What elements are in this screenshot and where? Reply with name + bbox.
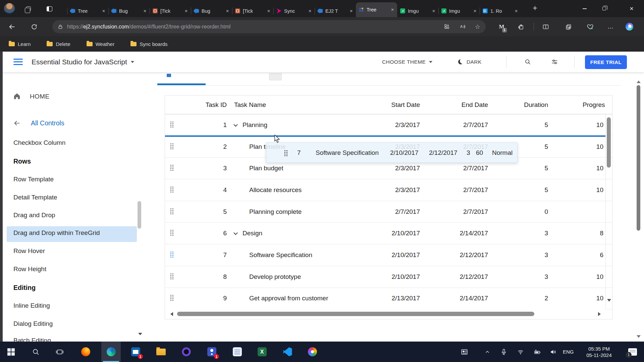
sidebar-scroll-down-icon[interactable] <box>138 333 142 335</box>
sidebar-item[interactable]: Drag and Drop within TreeGrid <box>13 229 100 237</box>
sidebar-item[interactable]: Editing <box>13 284 36 292</box>
chevron-down-icon[interactable] <box>233 122 238 127</box>
url-text[interactable]: https://ej2.syncfusion.com/demos/#/fluen… <box>67 24 230 30</box>
sidebar-item[interactable]: Dialog Editing <box>13 320 53 327</box>
window-close-button[interactable]: ✕ <box>619 0 644 17</box>
drag-handle-icon[interactable] <box>170 165 174 171</box>
tab-close-icon[interactable]: ✕ <box>102 9 105 13</box>
tray-clock[interactable]: 05:35 PM 05-11-2024 <box>580 342 619 362</box>
table-row[interactable]: 6 Design 2/10/2017 2/14/2017 3 8 <box>165 223 612 244</box>
sidebar-item[interactable]: Row Height <box>13 265 46 273</box>
column-header-start-date[interactable]: Start Date <box>391 101 420 109</box>
column-header-progress[interactable]: Progres <box>583 101 605 109</box>
drag-handle-icon[interactable] <box>170 186 174 192</box>
sidebar-item[interactable]: Row Template <box>13 176 54 183</box>
taskbar-file-explorer[interactable] <box>151 342 171 362</box>
tab-actions-icon[interactable] <box>24 4 33 13</box>
collections-icon[interactable] <box>564 22 573 31</box>
drag-handle-icon[interactable] <box>170 121 174 127</box>
tab-close-icon[interactable]: ✕ <box>432 9 435 13</box>
tab-close-icon[interactable]: ✕ <box>350 9 353 13</box>
apps-install-icon[interactable] <box>444 23 450 30</box>
drag-handle-icon[interactable] <box>170 230 174 236</box>
taskbar-paint[interactable] <box>303 342 322 362</box>
drag-handle-icon[interactable] <box>170 208 174 214</box>
taskbar-firefox[interactable] <box>76 342 95 362</box>
table-row[interactable]: 1 Planning 2/3/2017 2/7/2017 5 10 <box>165 114 612 136</box>
tab-close-icon[interactable]: ✕ <box>143 9 147 13</box>
grid-scroll-left-icon[interactable] <box>170 312 173 316</box>
bookmark-folder[interactable]: Delete <box>47 41 70 47</box>
widgets-button[interactable] <box>455 342 474 362</box>
grid-vertical-scrollbar[interactable] <box>605 114 612 309</box>
sidebar-item-home[interactable]: HOME <box>13 93 50 100</box>
sidebar-item[interactable]: Drag and Drop <box>13 212 55 219</box>
column-header-task-id[interactable]: Task ID <box>206 101 227 109</box>
refresh-button[interactable] <box>30 22 39 31</box>
taskbar-outlook[interactable]: 1 <box>126 342 145 362</box>
table-row[interactable]: 4 Allocate resources 2/3/2017 2/7/2017 5… <box>165 179 612 201</box>
grid-hscroll-thumb[interactable] <box>177 312 534 316</box>
browser-tab[interactable]: EJ2 T ✕ <box>315 5 356 17</box>
settings-more-icon[interactable]: … <box>606 22 615 31</box>
sidebar-item[interactable]: Batch Editing <box>13 337 51 342</box>
browser-essentials-icon[interactable] <box>586 22 595 31</box>
dark-mode-toggle[interactable]: DARK <box>458 52 482 72</box>
drag-handle-icon[interactable] <box>170 251 174 257</box>
vertical-tabs-icon[interactable] <box>45 4 54 13</box>
start-button[interactable] <box>1 342 21 362</box>
hamburger-menu-icon[interactable] <box>13 59 23 65</box>
table-row[interactable]: 5 Planning complete 2/7/2017 2/7/2017 0 <box>165 201 612 223</box>
drag-handle-icon[interactable] <box>170 273 174 279</box>
table-row[interactable]: 9 Get approval from customer 2/13/2017 2… <box>165 288 612 310</box>
window-restore-button[interactable] <box>594 0 614 17</box>
address-bar[interactable]: https://ej2.syncfusion.com/demos/#/fluen… <box>52 20 486 33</box>
tray-network[interactable] <box>513 342 529 362</box>
taskbar-edge-active[interactable] <box>101 342 121 362</box>
browser-tab[interactable]: Bug ✕ <box>108 5 150 17</box>
copilot-icon[interactable] <box>625 22 634 31</box>
preferences-button[interactable] <box>549 57 559 67</box>
grid-scroll-down-icon[interactable] <box>607 299 611 302</box>
tab-close-icon[interactable]: ✕ <box>473 9 477 13</box>
favorite-star-icon[interactable]: ☆ <box>475 23 480 31</box>
browser-tab[interactable]: [Tick ✕ <box>232 5 273 17</box>
table-row[interactable]: 7 Software Specification 2/10/2017 2/12/… <box>165 244 612 266</box>
page-scroll-up-icon[interactable] <box>637 80 641 83</box>
drag-handle-icon[interactable] <box>170 295 174 301</box>
grid-horizontal-scrollbar[interactable] <box>165 309 605 319</box>
read-aloud-icon[interactable]: A <box>459 23 466 30</box>
task-view-button[interactable] <box>50 342 69 362</box>
page-scrollbar-thumb[interactable] <box>637 85 640 231</box>
tray-microphone[interactable] <box>496 342 512 362</box>
taskbar-excel[interactable] <box>252 342 272 362</box>
split-screen-icon[interactable] <box>541 22 550 31</box>
column-header-task-name[interactable]: Task Name <box>234 101 266 109</box>
free-trial-button[interactable]: FREE TRIAL <box>585 55 627 69</box>
bookmark-folder[interactable]: Learn <box>9 41 31 47</box>
tab-close-icon[interactable]: ✕ <box>308 9 312 13</box>
taskbar-media-app[interactable] <box>176 342 196 362</box>
table-row[interactable]: 8 Develop prototype 2/10/2017 2/12/2017 … <box>165 266 612 288</box>
browser-tab[interactable]: Imgu ✕ <box>438 5 480 17</box>
sidebar-item[interactable]: Detail Template <box>13 194 57 201</box>
sidebar-item[interactable]: Checkbox Column <box>13 139 65 146</box>
choose-theme-dropdown[interactable]: CHOOSE THEME <box>382 52 432 72</box>
tray-battery[interactable] <box>529 342 545 362</box>
tray-language[interactable]: ENG <box>563 342 574 362</box>
taskbar-vscode[interactable] <box>278 342 297 362</box>
taskbar-teams[interactable]: 1 <box>202 342 221 362</box>
bookmark-folder[interactable]: Sync boards <box>130 41 167 47</box>
browser-tab[interactable]: Sync ✕ <box>273 5 315 17</box>
page-scroll-down-icon[interactable] <box>637 335 641 338</box>
tray-show-hidden-icons[interactable] <box>479 342 496 362</box>
tray-volume[interactable] <box>545 342 561 362</box>
sidebar-item[interactable]: Inline Editing <box>13 302 50 309</box>
tab-close-icon[interactable]: ✕ <box>515 9 518 13</box>
taskbar-notepad[interactable] <box>227 342 247 362</box>
sidebar-item-all-controls[interactable]: All Controls <box>13 119 64 127</box>
bookmark-folder[interactable]: Weather <box>87 41 114 47</box>
back-button[interactable] <box>7 22 16 31</box>
page-title[interactable]: Essential Studio for JavaScript <box>32 52 134 72</box>
malwarebytes-extension-icon[interactable]: M1 <box>497 22 506 31</box>
